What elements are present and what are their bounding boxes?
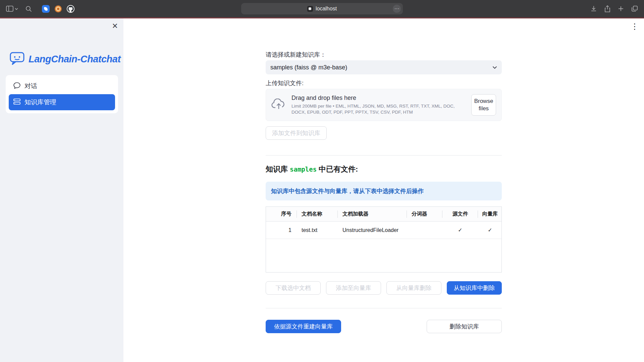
main-area: ⋮ 请选择或新建知识库： samples (faiss @ m3e-base) … [123,18,644,362]
kb-bottom-actions: 依据源文件重建向量库 删除知识库 [266,320,502,333]
table-empty-area [266,239,501,272]
extension-icons-group [42,5,74,13]
download-selected-button[interactable]: 下载选中文档 [266,281,321,295]
tabs-icon [631,5,638,12]
downloads-button[interactable] [590,5,597,12]
kb-select-label: 请选择或新建知识库： [266,51,502,59]
share-icon [604,5,610,12]
col-header-loader[interactable]: 文档加载器 [338,207,407,221]
upload-label: 上传知识文件: [266,79,502,87]
cell-doc-name: test.txt [297,222,338,239]
kb-files-heading: 知识库samples中已有文件: [266,164,502,174]
cell-source-file-check: ✓ [442,222,478,239]
blue-extension-icon[interactable] [42,5,50,13]
col-header-source-file[interactable]: 源文件 [442,207,478,221]
search-button[interactable] [25,6,32,12]
info-alert-text: 知识库中包含源文件与向量库，请从下表中选择文件后操作 [271,187,424,195]
kb-heading-code: samples [290,166,317,173]
nav-item-label: 对话 [24,82,37,90]
rebuild-vector-store-button[interactable]: 依据源文件重建向量库 [266,320,341,333]
col-header-doc-name[interactable]: 文档名称 [297,207,338,221]
knowledge-base-icon [13,99,20,106]
col-header-vector-store[interactable]: 向量库 [478,207,502,221]
col-header-splitter[interactable]: 分词器 [407,207,442,221]
divider [266,155,502,156]
app-root: ✕ LangChain-Chatchat 对 [0,18,644,362]
main-content: 请选择或新建知识库： samples (faiss @ m3e-base) 上传… [266,18,502,333]
search-icon [25,6,32,12]
file-actions-row: 下载选中文档 添加至向量库 从向量库删除 从知识库中删除 [266,281,502,295]
add-to-vector-store-button[interactable]: 添加至向量库 [326,281,381,295]
dropzone-title: Drag and drop files here [291,95,466,102]
divider [266,308,502,308]
table-row[interactable]: 1 test.txt UnstructuredFileLoader ✓ ✓ [266,222,501,239]
browser-toolbar: localhost ⋯ [0,0,644,17]
cell-splitter [407,222,442,239]
sidebar-toggle-button[interactable] [6,6,18,12]
github-icon[interactable] [67,5,74,13]
add-files-to-kb-button[interactable]: 添加文件到知识库 [266,126,327,140]
cell-loader: UnstructuredFileLoader [338,222,407,239]
kb-heading-suffix: 中已有文件: [319,165,358,173]
cell-vector-store-check: ✓ [478,222,502,239]
chat-bubble-logo-icon [9,51,25,67]
file-dropzone[interactable]: Drag and drop files here Limit 200MB per… [266,89,502,121]
nav-item-knowledge-base[interactable]: 知识库管理 [9,94,115,110]
sidebar: ✕ LangChain-Chatchat 对 [0,18,123,362]
app-logo: LangChain-Chatchat [0,51,123,67]
toolbar-left-group [6,5,74,13]
address-bar[interactable]: localhost ⋯ [241,3,403,14]
orange-extension-icon[interactable] [55,5,62,12]
chevron-down-icon [15,8,18,10]
kb-files-table: 序号 文档名称 文档加载器 分词器 源文件 向量库 1 test.txt Uns… [266,206,502,273]
remove-from-vector-store-button[interactable]: 从向量库删除 [386,281,441,295]
tab-overview-button[interactable] [631,5,638,12]
nav-item-chat[interactable]: 对话 [9,78,115,94]
download-icon [590,5,597,12]
address-bar-url: localhost [316,6,337,12]
kb-selectbox-value: samples (faiss @ m3e-base) [270,64,492,71]
col-header-index[interactable]: 序号 [266,207,297,221]
page-settings-button[interactable]: ⋯ [393,5,401,13]
nav-item-label: 知识库管理 [24,98,56,107]
cell-index: 1 [266,222,297,239]
kb-selectbox[interactable]: samples (faiss @ m3e-base) [266,60,502,74]
site-favicon [307,6,313,12]
sidebar-panel-icon [6,6,13,12]
chat-icon [13,82,20,90]
dropzone-limit: Limit 200MB per file • EML, HTML, JSON, … [291,103,466,115]
kb-heading-prefix: 知识库 [266,165,288,173]
toolbar-right-group [590,5,638,12]
plus-icon [618,6,624,12]
browse-files-button[interactable]: Browse files [471,94,496,116]
cloud-upload-icon [271,99,286,111]
sidebar-close-button[interactable]: ✕ [112,22,118,30]
dropzone-text: Drag and drop files here Limit 200MB per… [291,95,466,115]
streamlit-menu-button[interactable]: ⋮ [631,22,639,31]
new-tab-button[interactable] [618,6,624,12]
delete-kb-button[interactable]: 删除知识库 [427,320,502,333]
table-header-row: 序号 文档名称 文档加载器 分词器 源文件 向量库 [266,207,501,222]
app-logo-text: LangChain-Chatchat [29,54,121,65]
selectbox-chevron-icon [492,64,497,70]
share-button[interactable] [604,5,610,12]
sidebar-nav: 对话 知识库管理 [6,75,118,113]
info-alert: 知识库中包含源文件与向量库，请从下表中选择文件后操作 [266,182,502,200]
delete-from-kb-button[interactable]: 从知识库中删除 [447,281,502,295]
